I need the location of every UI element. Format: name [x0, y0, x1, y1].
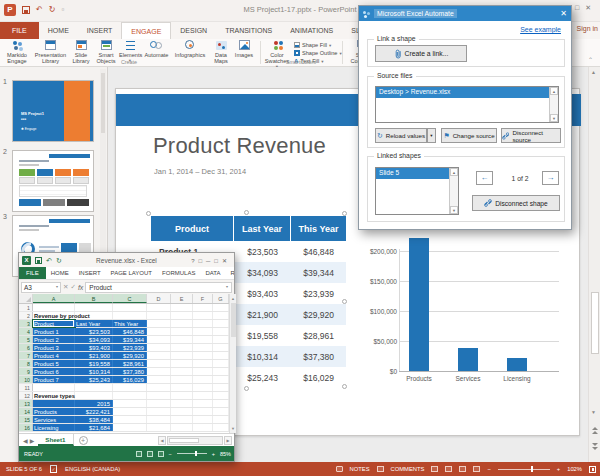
excel-cell-E5[interactable] [171, 336, 193, 343]
excel-cell-G8[interactable] [213, 360, 229, 367]
excel-cell-G3[interactable] [213, 320, 229, 327]
row-header-10[interactable]: 10 [19, 376, 33, 383]
excel-cell-F11[interactable] [193, 384, 213, 391]
excel-cell-F13[interactable] [193, 400, 213, 407]
excel-cell-D2[interactable] [147, 312, 171, 319]
name-box[interactable]: A3▾ [21, 282, 61, 293]
scroll-down-icon[interactable]: ▼ [550, 114, 558, 122]
enter-icon[interactable]: ✓ [70, 283, 75, 291]
excel-cell-G9[interactable] [213, 368, 229, 375]
scrollbar-thumb[interactable] [591, 292, 599, 354]
selection-handle[interactable] [244, 210, 249, 215]
excel-cell-A7[interactable]: Product 4 [33, 352, 75, 359]
excel-tab-home[interactable]: HOME [46, 267, 74, 279]
excel-cell-F2[interactable] [193, 312, 213, 319]
excel-cell-B12[interactable] [75, 392, 113, 399]
excel-cell-B1[interactable] [75, 304, 113, 311]
sign-in-link[interactable]: Sign in [577, 25, 598, 32]
excel-cell-A1[interactable] [33, 304, 75, 311]
excel-cell-E1[interactable] [171, 304, 193, 311]
scroll-up-icon[interactable]: ▲ [591, 69, 596, 75]
row-header-7[interactable]: 7 [19, 352, 33, 359]
excel-cell-B4[interactable]: $23,503 [75, 328, 113, 335]
excel-cell-E16[interactable] [171, 424, 193, 431]
excel-cell-C4[interactable]: $46,848 [113, 328, 147, 335]
excel-cell-B6[interactable]: $93,403 [75, 344, 113, 351]
scroll-right-icon[interactable]: ▶ [224, 436, 232, 445]
excel-cell-G6[interactable] [213, 344, 229, 351]
notes-button[interactable]: NOTES [350, 466, 370, 472]
excel-cell-A3[interactable]: Product [33, 320, 75, 327]
row-header-9[interactable]: 9 [19, 368, 33, 375]
see-example-link[interactable]: See example [520, 26, 561, 33]
page-layout-icon[interactable] [147, 451, 153, 457]
undo-icon[interactable]: ↶ [36, 4, 43, 16]
excel-cell-G12[interactable] [213, 392, 229, 399]
excel-cell-B5[interactable]: $34,093 [75, 336, 113, 343]
excel-automate-dialog[interactable]: Microsoft Excel Automate ✕ See example L… [358, 5, 572, 230]
excel-cell-C1[interactable] [113, 304, 147, 311]
save-icon[interactable] [22, 6, 30, 14]
zoom-slider[interactable] [177, 453, 207, 454]
excel-cell-A14[interactable]: Products [33, 408, 75, 415]
scroll-down-icon[interactable]: ▼ [231, 426, 235, 431]
excel-cell-E7[interactable] [171, 352, 193, 359]
shape-fill-button[interactable]: Shape Fill ▾ [294, 41, 331, 49]
row-header-16[interactable]: 16 [19, 424, 33, 431]
excel-window[interactable]: X ↶ ↻ Revenue.xlsx - Excel ?□─□✕ FILE HO… [18, 252, 235, 462]
zoom-slider[interactable] [498, 469, 550, 470]
change-source-button[interactable]: ⚑ Change source [441, 128, 497, 143]
next-slide-icon[interactable] [592, 443, 598, 446]
excel-cell-C8[interactable]: $28,961 [113, 360, 147, 367]
scroll-up-icon[interactable]: ▲ [231, 296, 235, 301]
dialog-titlebar[interactable]: Microsoft Excel Automate ✕ [359, 6, 571, 21]
selection-handle[interactable] [342, 211, 347, 216]
tab-transitions[interactable]: TRANSITIONS [216, 22, 281, 39]
row-header-3[interactable]: 3 [19, 320, 33, 327]
excel-tab-page-layout[interactable]: PAGE LAYOUT [106, 267, 157, 279]
sheet-nav-left-icon[interactable]: ◀ [23, 437, 28, 444]
scrollbar-thumb[interactable] [169, 438, 199, 443]
excel-cell-D5[interactable] [147, 336, 171, 343]
excel-cell-A9[interactable]: Product 6 [33, 368, 75, 375]
excel-cell-E10[interactable] [171, 376, 193, 383]
selection-handle[interactable] [146, 211, 151, 216]
excel-cell-C14[interactable] [113, 408, 147, 415]
excel-cell-B15[interactable]: $38,484 [75, 416, 113, 423]
excel-window-controls[interactable]: ?□─□✕ [191, 257, 231, 264]
excel-cell-B13[interactable]: 2015 [75, 400, 113, 407]
row-header-6[interactable]: 6 [19, 344, 33, 351]
excel-cell-F9[interactable] [193, 368, 213, 375]
undo-icon[interactable]: ↶ [46, 256, 52, 265]
row-header-1[interactable]: 1 [19, 304, 33, 311]
excel-cell-D7[interactable] [147, 352, 171, 359]
excel-cell-C9[interactable]: $37,380 [113, 368, 147, 375]
excel-cell-G2[interactable] [213, 312, 229, 319]
previous-shape-button[interactable]: ← [476, 171, 493, 185]
excel-cell-A2[interactable]: Revenue by product [33, 312, 75, 319]
excel-cell-D12[interactable] [147, 392, 171, 399]
excel-cell-F7[interactable] [193, 352, 213, 359]
excel-zoom-level[interactable]: 85% [220, 451, 231, 457]
excel-cell-F10[interactable] [193, 376, 213, 383]
insert-function-icon[interactable]: fx [78, 284, 83, 291]
close-icon[interactable]: ✕ [560, 9, 567, 18]
sheet-tab[interactable]: Sheet1 [38, 434, 73, 446]
fit-to-window-icon[interactable] [589, 466, 596, 473]
tab-file[interactable]: FILE [0, 22, 39, 39]
slide-area-scrollbar[interactable]: ▲ ▼ [588, 67, 600, 462]
excel-cell-G14[interactable] [213, 408, 229, 415]
excel-cell-G15[interactable] [213, 416, 229, 423]
excel-cell-E3[interactable] [171, 320, 193, 327]
slide-subtitle[interactable]: Jan 1, 2014 – Dec 31, 2014 [154, 167, 246, 176]
excel-cell-D4[interactable] [147, 328, 171, 335]
excel-tab-data[interactable]: DATA [200, 267, 225, 279]
excel-cell-C12[interactable] [113, 392, 147, 399]
excel-cell-D16[interactable] [147, 424, 171, 431]
excel-cell-E13[interactable] [171, 400, 193, 407]
excel-cell-G7[interactable] [213, 352, 229, 359]
list-scrollbar[interactable]: ▲ ▼ [549, 87, 558, 122]
excel-cell-A15[interactable]: Services [33, 416, 75, 423]
tab-animations[interactable]: ANIMATIONS [281, 22, 342, 39]
comments-button[interactable]: COMMENTS [391, 466, 425, 472]
